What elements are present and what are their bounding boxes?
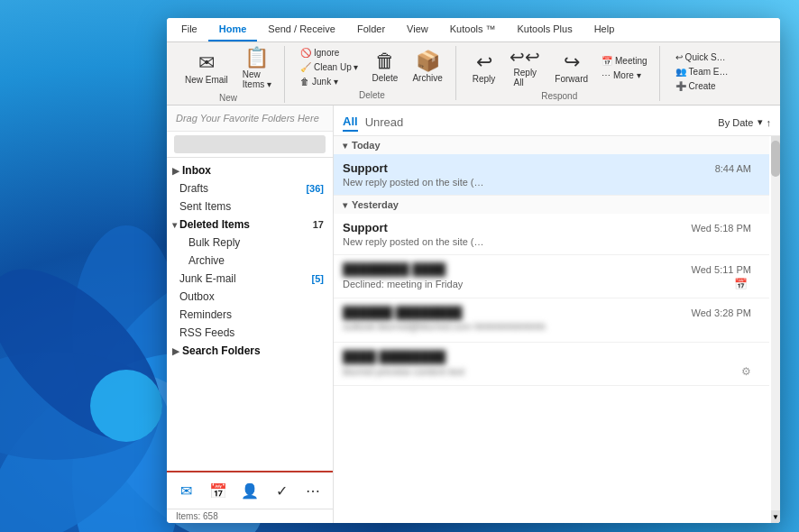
email-item-1[interactable]: Support 8:44 AM New reply posted on the … [334, 154, 769, 196]
email-item-3[interactable]: ████████ ████ Wed 5:11 PM Declined: meet… [334, 255, 769, 298]
new-group-label: New [219, 93, 237, 103]
calendar-icon-email-3: 📅 [734, 278, 748, 290]
sort-by-date[interactable]: By Date ▾ ↑ [718, 116, 771, 128]
sidebar-folders: ▶ Inbox Drafts [36] Sent Items ▾ [167, 158, 333, 471]
reply-icon: ↩ [476, 52, 492, 72]
delete-button[interactable]: 🗑 Delete [367, 50, 404, 85]
tasks-icon: ✓ [276, 482, 288, 500]
respond-group-label: Respond [541, 91, 577, 101]
more-respond-button[interactable]: ⋯ More ▾ [597, 69, 652, 82]
folder-drafts[interactable]: Drafts [36] [167, 179, 333, 197]
nav-tasks[interactable]: ✓ [269, 478, 294, 503]
meeting-button[interactable]: 📅 Meeting [597, 54, 652, 68]
nav-more[interactable]: ⋯ [300, 478, 326, 503]
forward-button[interactable]: ↪ Forward [549, 50, 593, 86]
create-label: Create [689, 81, 716, 91]
quick-steps-button[interactable]: ↩ Quick S… [671, 50, 733, 64]
mail-icon: ✉ [180, 482, 192, 500]
email-1-preview: New reply posted on the site (… [343, 177, 577, 188]
svg-point-8 [90, 370, 162, 442]
folder-outbox[interactable]: Outbox [167, 288, 333, 306]
scrollbar-thumb[interactable] [771, 141, 780, 177]
email-item-2[interactable]: Support Wed 5:18 PM New reply posted on … [334, 214, 769, 255]
folder-archive[interactable]: Archive [167, 252, 333, 270]
deleted-label: Deleted Items [179, 218, 250, 231]
ribbon-group-delete-items: 🚫 Ignore 🧹 Clean Up ▾ 🗑 Junk ▾ [296, 46, 448, 88]
nav-people[interactable]: 👤 [237, 478, 262, 503]
bulk-reply-label: Bulk Reply [188, 236, 240, 249]
settings-icon-email-5: ⚙ [741, 365, 751, 378]
ignore-label: Ignore [314, 48, 339, 58]
sidebar-search-bar[interactable] [174, 135, 326, 153]
reply-all-button[interactable]: ↩↩ ReplyAll [504, 46, 546, 89]
create-button[interactable]: ➕ Create [671, 79, 733, 93]
forward-icon: ↪ [564, 52, 580, 72]
tab-help[interactable]: Help [583, 18, 626, 41]
sort-dropdown-icon: ▾ [758, 116, 763, 128]
ribbon-group-respond: ↩ Reply ↩↩ ReplyAll ↪ Forward 📅 [460, 46, 660, 101]
email-2-time: Wed 5:18 PM [692, 223, 751, 234]
ribbon-group-new: ✉ New Email 📋 NewItems ▾ New [172, 46, 285, 103]
email-item-4[interactable]: ██████ ████████ Wed 3:28 PM outlook-blur… [334, 298, 769, 343]
tab-send-receive[interactable]: Send / Receive [257, 18, 346, 41]
tab-kutools-plus[interactable]: Kutools Plus [507, 18, 583, 41]
cleanup-button[interactable]: 🧹 Clean Up ▾ [296, 60, 363, 74]
folder-sent[interactable]: Sent Items [167, 197, 333, 216]
sent-label: Sent Items [179, 200, 231, 213]
folder-search[interactable]: ▶ Search Folders [167, 342, 333, 360]
archive-button[interactable]: 📦 Archive [407, 50, 447, 85]
scrollbar-down-arrow[interactable]: ▼ [771, 510, 780, 523]
folder-bulk-reply[interactable]: Bulk Reply [167, 234, 333, 252]
quick-stack: ↩ Quick S… 👥 Team E… ➕ Create [671, 50, 733, 93]
ignore-button[interactable]: 🚫 Ignore [296, 46, 363, 60]
ribbon-group-quick: ↩ Quick S… 👥 Team E… ➕ Create [664, 46, 740, 96]
nav-mail[interactable]: ✉ [174, 478, 199, 503]
filter-unread[interactable]: Unread [365, 114, 404, 131]
more-respond-icon: ⋯ [602, 70, 611, 80]
delete-group-label: Delete [359, 90, 385, 100]
outlook-window: File Home Send / Receive Folder View Kut… [167, 18, 780, 523]
email-list-header: All Unread By Date ▾ ↑ [334, 105, 780, 136]
email-list-area: All Unread By Date ▾ ↑ ▾ Today [334, 105, 780, 523]
email-list-scrollbar[interactable]: ▲ ▼ [771, 136, 780, 523]
tab-home[interactable]: Home [208, 18, 258, 41]
new-items-button[interactable]: 📋 NewItems ▾ [237, 46, 277, 91]
folder-inbox[interactable]: ▶ Inbox [167, 161, 333, 179]
reply-all-icon: ↩↩ [510, 48, 540, 66]
delete-icon: 🗑 [375, 51, 395, 71]
ribbon-group-delete: 🚫 Ignore 🧹 Clean Up ▾ 🗑 Junk ▾ [289, 46, 456, 100]
tab-view[interactable]: View [396, 18, 439, 41]
tab-folder[interactable]: Folder [346, 18, 396, 41]
email-2-sender: Support [343, 221, 388, 234]
archive-icon: 📦 [416, 51, 440, 71]
email-1-time: 8:44 AM [715, 163, 751, 174]
folder-reminders[interactable]: Reminders [167, 306, 333, 324]
team-icon: 👥 [675, 67, 686, 77]
ignore-icon: 🚫 [300, 48, 311, 58]
drafts-badge: [36] [306, 183, 324, 194]
new-email-button[interactable]: ✉ New Email [179, 51, 234, 87]
folder-junk[interactable]: Junk E-mail [5] [167, 270, 333, 288]
inbox-label: Inbox [182, 164, 211, 177]
reply-button[interactable]: ↩ Reply [467, 50, 501, 86]
email-3-time: Wed 5:11 PM [692, 264, 751, 275]
filter-all[interactable]: All [343, 113, 358, 132]
tab-kutools[interactable]: Kutools ™ [439, 18, 507, 41]
quick-label: Quick S… [685, 52, 726, 62]
tab-file[interactable]: File [170, 18, 208, 41]
junk-button[interactable]: 🗑 Junk ▾ [296, 75, 363, 88]
email-2-top: Support Wed 5:18 PM [343, 221, 751, 234]
folder-deleted[interactable]: ▾ Deleted Items 17 [167, 216, 333, 234]
nav-calendar[interactable]: 📅 [206, 478, 231, 503]
ribbon-tabs: File Home Send / Receive Folder View Kut… [167, 18, 780, 42]
cleanup-label: Clean Up ▾ [314, 62, 358, 72]
quick-items: ↩ Quick S… 👥 Team E… ➕ Create [671, 46, 733, 96]
email-item-5[interactable]: ████ ████████ blurred preview content te… [334, 343, 769, 386]
sidebar: Drag Your Favorite Folders Here ▶ Inbox … [167, 105, 334, 523]
reply-label: Reply [473, 74, 496, 84]
archive-folder-label: Archive [188, 254, 225, 267]
team-label: Team E… [689, 67, 729, 77]
team-email-button[interactable]: 👥 Team E… [671, 65, 733, 78]
outbox-label: Outbox [179, 290, 215, 303]
folder-rss[interactable]: RSS Feeds [167, 324, 333, 342]
